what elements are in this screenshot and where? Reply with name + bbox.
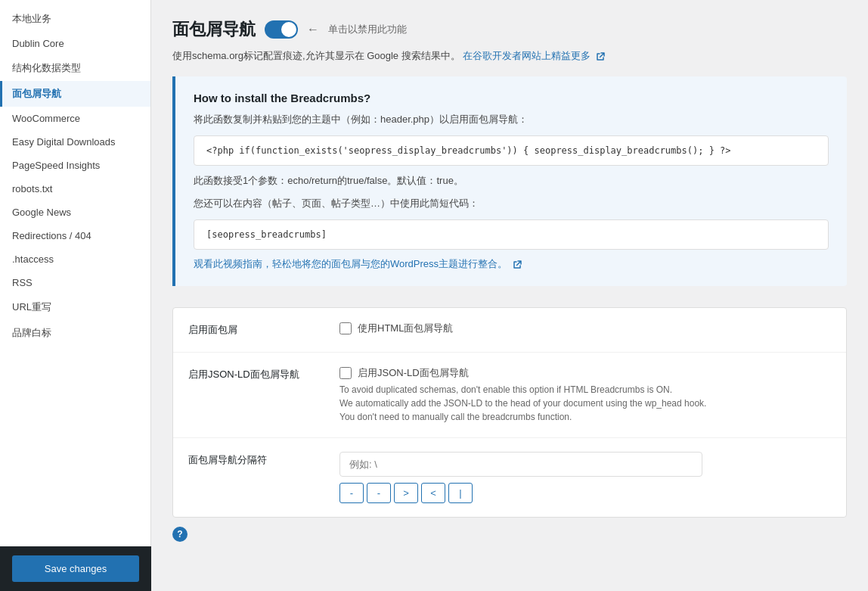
separator-label: 面包屑导航分隔符 [188,452,324,467]
page-header: 面包屑导航 ← 单击以禁用此功能 [172,18,847,41]
install-para1: 将此函数复制并粘贴到您的主题中（例如：header.php）以启用面包屑导航： [194,112,829,128]
arrow-icon: ← [307,23,319,36]
sidebar-nav: 本地业务Dublin Core结构化数据类型面包屑导航WooCommerceEa… [0,6,150,346]
save-bar: Save changes [0,546,151,591]
sidebar-item-woocommerce[interactable]: WooCommerce [0,107,150,130]
sidebar-item-edd[interactable]: Easy Digital Downloads [0,130,150,154]
external-link-icon [596,52,605,61]
main-content: 面包屑导航 ← 单击以禁用此功能 使用schema.org标记配置痕迹,允许其显… [151,0,868,591]
enable-breadcrumb-control: 使用HTML面包屑导航 [339,322,831,338]
save-button[interactable]: Save changes [12,555,139,582]
sidebar: 本地业务Dublin Core结构化数据类型面包屑导航WooCommerceEa… [0,0,151,591]
enable-breadcrumb-checkbox-row: 使用HTML面包屑导航 [339,322,831,335]
php-code-block[interactable]: <?php if(function_exists('seopress_displ… [194,135,829,166]
sidebar-item-rss[interactable]: RSS [0,271,150,294]
sidebar-item-pagespeed[interactable]: PageSpeed Insights [0,154,150,177]
enable-breadcrumb-row: 启用面包屑 使用HTML面包屑导航 [173,308,846,353]
enable-breadcrumb-label: 启用面包屑 [188,322,324,337]
sidebar-item-htaccess[interactable]: .htaccess [0,247,150,271]
sidebar-item-local-business[interactable]: 本地业务 [0,6,150,32]
video-guide-link[interactable]: 观看此视频指南，轻松地将您的面包屑与您的WordPress主题进行整合。 [194,258,522,269]
sidebar-item-robots[interactable]: robots.txt [0,177,150,201]
separator-control: --><| [339,452,831,503]
page-description: 使用schema.org标记配置痕迹,允许其显示在 Google 搜索结果中。 … [172,48,847,64]
separator-buttons-group: --><| [339,483,831,503]
separator-input[interactable] [339,452,702,477]
jsonld-checkbox-label[interactable]: 启用JSON-LD面包屑导航 [358,366,469,380]
html-breadcrumb-checkbox-label[interactable]: 使用HTML面包屑导航 [358,322,453,335]
video-link-ext-icon [513,260,522,269]
sidebar-item-breadcrumbs[interactable]: 面包屑导航 [0,81,150,107]
separator-btn-4[interactable]: | [448,483,473,503]
google-dev-link[interactable]: 在谷歌开发者网站上精益更多 [463,50,591,61]
toggle-hint: 单击以禁用此功能 [328,23,407,36]
sidebar-item-url-rewrite[interactable]: URL重写 [0,294,150,320]
settings-section: 启用面包屑 使用HTML面包屑导航 启用JSON-LD面包屑导航 启用JSON-… [172,307,847,518]
install-info-box: How to install the Breadcrumbs? 将此函数复制并粘… [172,76,847,286]
html-breadcrumb-checkbox[interactable] [339,322,352,334]
jsonld-breadcrumb-checkbox[interactable] [339,367,352,379]
jsonld-help-text: To avoid duplicated schemas, don't enabl… [339,383,831,424]
separator-btn-3[interactable]: < [421,483,445,503]
page-title: 面包屑导航 [172,18,256,41]
jsonld-checkbox-row: 启用JSON-LD面包屑导航 [339,366,831,380]
install-para2: 此函数接受1个参数：echo/return的true/false。默认值：tru… [194,173,829,189]
help-icon[interactable]: ? [172,527,188,542]
shortcode-block[interactable]: [seopress_breadcrumbs] [194,219,829,250]
feature-toggle[interactable] [265,20,298,39]
separator-btn-2[interactable]: > [394,483,418,503]
jsonld-breadcrumb-row: 启用JSON-LD面包屑导航 启用JSON-LD面包屑导航 To avoid d… [173,353,846,438]
sidebar-item-brand-white[interactable]: 品牌白标 [0,320,150,346]
separator-btn-1[interactable]: - [367,483,391,503]
jsonld-control: 启用JSON-LD面包屑导航 To avoid duplicated schem… [339,366,831,424]
separator-row: 面包屑导航分隔符 --><| [173,438,846,517]
jsonld-label: 启用JSON-LD面包屑导航 [188,366,324,381]
sidebar-item-redirections[interactable]: Redirections / 404 [0,224,150,247]
sidebar-item-structured-data[interactable]: 结构化数据类型 [0,55,150,81]
sidebar-item-dublin-core[interactable]: Dublin Core [0,32,150,55]
install-para3: 您还可以在内容（帖子、页面、帖子类型…）中使用此简短代码： [194,196,829,212]
install-box-title: How to install the Breadcrumbs? [194,92,829,104]
separator-btn-0[interactable]: - [339,483,364,503]
sidebar-item-google-news[interactable]: Google News [0,201,150,224]
